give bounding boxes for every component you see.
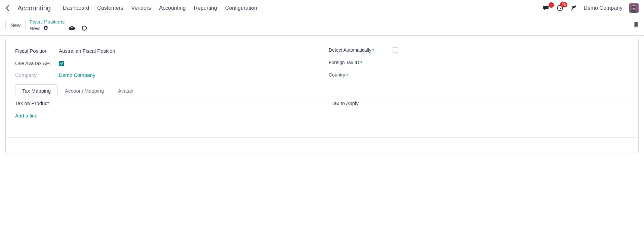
messages-icon[interactable]: 5 [543,5,550,11]
nav-item-configuration[interactable]: Configuration [225,5,257,11]
field-foreign-tax-id: Foreign Tax ID ? [329,59,629,66]
svg-rect-3 [632,6,636,8]
company-selector[interactable]: Demo Company [583,5,622,11]
field-fiscal-position: Fiscal Position Australian Fiscal Positi… [15,47,315,54]
nav-item-customers[interactable]: Customers [97,5,123,11]
col-tax-on-product: Tax on Product [6,100,322,106]
detect-auto-checkbox[interactable] [393,47,398,53]
foreign-tax-id-label: Foreign Tax ID [329,60,359,65]
col-tax-to-apply: Tax to Apply [322,100,638,106]
tab-account-mapping[interactable]: Account Mapping [58,84,111,97]
nav-item-accounting[interactable]: Accounting [159,5,186,11]
bookmark-icon[interactable] [633,22,639,29]
table-header: Tax on Product Tax to Apply [6,97,638,109]
breadcrumb: Fiscal Positions New [30,19,87,31]
field-use-avatax: Use AvaTax API [15,60,315,66]
table-body: Add a line [6,109,638,153]
form-columns: Fiscal Position Australian Fiscal Positi… [15,47,629,78]
gear-icon[interactable] [43,26,48,31]
table-empty-row [6,138,638,153]
company-value[interactable]: Demo Company [59,72,95,78]
use-avatax-label: Use AvaTax API [15,60,59,66]
activities-badge: 26 [560,2,567,7]
company-label: Company [15,72,59,78]
nav-left: Accounting Dashboard Customers Vendors A… [5,4,257,12]
form-sheet: Fiscal Position Australian Fiscal Positi… [5,39,639,153]
add-line-link[interactable]: Add a line [15,113,38,118]
fiscal-position-label: Fiscal Position [15,48,59,54]
tools-icon[interactable] [570,5,577,11]
field-country: Country ? [329,72,629,78]
nav-menu: Dashboard Customers Vendors Accounting R… [63,5,257,11]
country-label: Country [329,72,345,78]
use-avatax-checkbox[interactable] [59,61,64,66]
breadcrumb-parent[interactable]: Fiscal Positions [30,19,87,25]
table-empty-row [6,122,638,138]
form-col-left: Fiscal Position Australian Fiscal Positi… [15,47,315,78]
detect-auto-help-icon[interactable]: ? [372,48,374,52]
detect-auto-label: Detect Automatically [329,47,371,53]
nav-item-dashboard[interactable]: Dashboard [63,5,89,11]
tabs: Tax Mapping Account Mapping Avatax [6,84,638,97]
country-help-icon[interactable]: ? [346,73,348,77]
breadcrumb-row: New Fiscal Positions New [0,16,644,36]
nav-item-reporting[interactable]: Reporting [194,5,217,11]
activities-icon[interactable]: 26 [557,5,563,11]
messages-badge: 5 [549,2,554,8]
new-button[interactable]: New [5,20,26,30]
fiscal-position-value[interactable]: Australian Fiscal Position [59,47,115,54]
tab-tax-mapping[interactable]: Tax Mapping [15,84,58,97]
nav-right: 5 26 Demo Company [543,3,639,13]
breadcrumb-current: New [30,26,40,31]
back-chevron-icon[interactable] [5,5,9,11]
top-nav: Accounting Dashboard Customers Vendors A… [0,0,644,16]
discard-icon[interactable] [81,25,87,31]
svg-rect-4 [631,10,637,13]
field-company: Company Demo Company [15,72,315,78]
form-col-right: Detect Automatically ? Foreign Tax ID ? … [329,47,629,78]
foreign-tax-id-input[interactable] [381,59,629,66]
add-line-row: Add a line [6,109,638,122]
field-detect-auto: Detect Automatically ? [329,47,629,53]
app-title[interactable]: Accounting [17,4,51,12]
user-avatar[interactable] [629,3,639,13]
cloud-save-icon[interactable] [69,26,75,31]
tab-avatax[interactable]: Avatax [111,84,140,97]
foreign-tax-id-help-icon[interactable]: ? [360,61,362,65]
nav-item-vendors[interactable]: Vendors [131,5,151,11]
